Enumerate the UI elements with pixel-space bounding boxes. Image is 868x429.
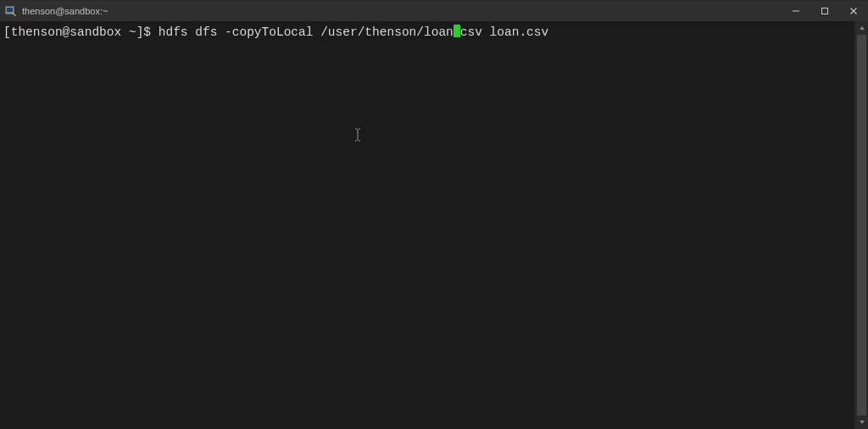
- scroll-up-button[interactable]: [855, 21, 868, 35]
- close-button[interactable]: [839, 1, 868, 21]
- scrollbar-thumb[interactable]: [857, 35, 866, 415]
- window-controls: [782, 1, 868, 21]
- shell-prompt: [thenson@sandbox ~]$: [3, 25, 159, 39]
- vertical-scrollbar[interactable]: [854, 21, 868, 429]
- terminal-cursor: [453, 25, 460, 37]
- terminal-body: [thenson@sandbox ~]$ hdfs dfs -copyToLoc…: [0, 21, 868, 429]
- mouse-ibeam-icon: [295, 113, 302, 126]
- terminal-window: thenson@sandbox:~ [thenson@sandbox ~]$ h…: [0, 0, 868, 429]
- scroll-down-button[interactable]: [855, 415, 868, 429]
- putty-icon: [5, 5, 17, 17]
- maximize-button[interactable]: [810, 1, 839, 21]
- command-text-after: csv loan.csv: [460, 25, 548, 39]
- prompt-line: [thenson@sandbox ~]$ hdfs dfs -copyToLoc…: [3, 25, 849, 40]
- scrollbar-track[interactable]: [855, 35, 868, 415]
- svg-rect-3: [822, 8, 828, 14]
- title-bar[interactable]: thenson@sandbox:~: [0, 1, 868, 21]
- window-title: thenson@sandbox:~: [22, 6, 108, 16]
- command-text-before: hdfs dfs -copyToLocal /user/thenson/loan: [159, 25, 453, 39]
- minimize-button[interactable]: [782, 1, 810, 21]
- terminal-area[interactable]: [thenson@sandbox ~]$ hdfs dfs -copyToLoc…: [0, 21, 854, 429]
- svg-rect-1: [7, 8, 13, 12]
